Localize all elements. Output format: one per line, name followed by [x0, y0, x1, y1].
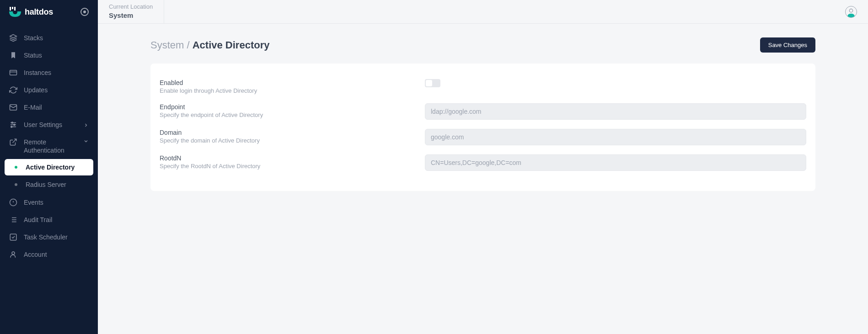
sidebar-subitem-label: Radius Server	[26, 181, 66, 188]
svg-marker-3	[10, 35, 17, 38]
bookmark-icon	[9, 51, 17, 59]
form-desc: Specify the endpoint of Active Directory	[160, 111, 407, 118]
form-labels: Domain Specify the domain of Active Dire…	[160, 129, 407, 144]
form-labels: RootdN Specify the RootdN of Active Dire…	[160, 154, 407, 170]
svg-rect-23	[10, 234, 16, 241]
form-label: Domain	[160, 129, 407, 136]
form-control	[425, 129, 806, 145]
dot-icon	[15, 183, 17, 186]
sidebar-item-stacks[interactable]: Stacks	[0, 29, 98, 47]
sidebar-item-label: Instances	[24, 69, 89, 76]
breadcrumb-parent[interactable]: System	[150, 39, 184, 51]
location: Current Location System	[109, 0, 164, 23]
svg-line-13	[13, 139, 16, 143]
sidebar-item-audit-trail[interactable]: Audit Trail	[0, 211, 98, 228]
form-control	[425, 103, 806, 120]
sidebar-item-label: Stacks	[24, 34, 89, 42]
sidebar-item-events[interactable]: Events	[0, 194, 98, 211]
settings-card: Enabled Enable login through Active Dire…	[150, 64, 815, 191]
domain-input[interactable]	[425, 129, 806, 145]
sidebar-item-status[interactable]: Status	[0, 47, 98, 64]
sidebar-item-remote-auth[interactable]: Remote Authentication	[0, 133, 98, 159]
form-row-rootdn: RootdN Specify the RootdN of Active Dire…	[160, 150, 806, 175]
sidebar-subitem-radius-server[interactable]: Radius Server	[5, 176, 93, 193]
content: System / Active Directory Save Changes E…	[98, 24, 868, 334]
sidebar-item-email[interactable]: E-Mail	[0, 99, 98, 116]
sidebar-item-label: Status	[24, 52, 89, 59]
sidebar-item-label: Events	[24, 199, 89, 206]
sidebar-item-label: Task Scheduler	[24, 233, 89, 241]
sidebar-subnav: Active Directory Radius Server	[0, 159, 98, 193]
sidebar-item-label: Audit Trail	[24, 216, 89, 223]
list-icon	[9, 216, 17, 224]
sidebar-item-updates[interactable]: Updates	[0, 81, 98, 99]
endpoint-input[interactable]	[425, 103, 806, 120]
form-labels: Endpoint Specify the endpoint of Active …	[160, 103, 407, 118]
sidebar-nav: Stacks Status Instances Updates E-Mail	[0, 24, 98, 334]
svg-rect-4	[10, 70, 17, 75]
sidebar-item-label: Remote Authentication	[24, 138, 77, 154]
sidebar-item-task-scheduler[interactable]: Task Scheduler	[0, 228, 98, 246]
form-control	[425, 79, 806, 87]
chevron-right-icon	[83, 122, 89, 127]
form-labels: Enabled Enable login through Active Dire…	[160, 79, 407, 94]
sidebar-item-instances[interactable]: Instances	[0, 64, 98, 81]
svg-rect-2	[14, 7, 16, 11]
form-desc: Specify the RootdN of Active Directory	[160, 163, 407, 170]
breadcrumb-separator: /	[184, 39, 192, 51]
sidebar-subitem-active-directory[interactable]: Active Directory	[5, 159, 93, 175]
breadcrumb: System / Active Directory	[150, 39, 269, 51]
svg-rect-1	[12, 7, 13, 9]
alert-circle-icon	[9, 198, 17, 207]
form-row-enabled: Enabled Enable login through Active Dire…	[160, 74, 806, 99]
svg-point-8	[11, 122, 13, 123]
card-icon	[9, 69, 17, 77]
location-label: Current Location	[109, 3, 153, 11]
layers-icon	[9, 34, 17, 42]
sliders-icon	[9, 121, 17, 129]
sidebar-subitem-label: Active Directory	[26, 164, 75, 171]
sidebar-item-label: Account	[24, 251, 89, 258]
enabled-toggle[interactable]	[425, 79, 440, 87]
svg-point-10	[14, 124, 15, 126]
chevron-down-icon	[83, 138, 89, 143]
logo-icon	[9, 6, 21, 18]
brand-name: haltdos	[25, 7, 53, 17]
check-square-icon	[9, 233, 17, 241]
form-desc: Enable login through Active Directory	[160, 87, 407, 94]
form-label: Enabled	[160, 79, 407, 86]
save-button[interactable]: Save Changes	[760, 37, 815, 53]
location-value: System	[109, 11, 153, 20]
page-header: System / Active Directory Save Changes	[150, 37, 815, 53]
avatar[interactable]	[845, 6, 857, 18]
sidebar-header: haltdos	[0, 0, 98, 24]
form-label: Endpoint	[160, 103, 407, 111]
form-desc: Specify the domain of Active Directory	[160, 137, 407, 144]
sidebar: haltdos Stacks Status Instances	[0, 0, 98, 334]
rootdn-input[interactable]	[425, 154, 806, 171]
form-label: RootdN	[160, 154, 407, 162]
main: Current Location System System / Active …	[98, 0, 868, 334]
sidebar-item-account[interactable]: Account	[0, 246, 98, 263]
sidebar-item-user-settings[interactable]: User Settings	[0, 116, 98, 133]
form-row-domain: Domain Specify the domain of Active Dire…	[160, 124, 806, 150]
svg-rect-0	[10, 7, 11, 11]
form-control	[425, 154, 806, 171]
sidebar-item-label: Updates	[24, 86, 89, 94]
external-link-icon	[9, 138, 17, 146]
user-icon	[9, 250, 17, 259]
sidebar-item-label: User Settings	[24, 121, 77, 128]
target-icon[interactable]	[80, 8, 89, 16]
active-dot-icon	[15, 166, 17, 169]
breadcrumb-current: Active Directory	[193, 39, 270, 51]
topbar: Current Location System	[98, 0, 868, 24]
sidebar-item-label: E-Mail	[24, 104, 89, 111]
refresh-icon	[9, 86, 17, 94]
brand-logo[interactable]: haltdos	[9, 6, 53, 18]
form-row-endpoint: Endpoint Specify the endpoint of Active …	[160, 99, 806, 124]
mail-icon	[9, 103, 17, 111]
svg-point-24	[12, 252, 15, 254]
svg-point-12	[11, 126, 12, 127]
svg-point-25	[849, 9, 852, 12]
